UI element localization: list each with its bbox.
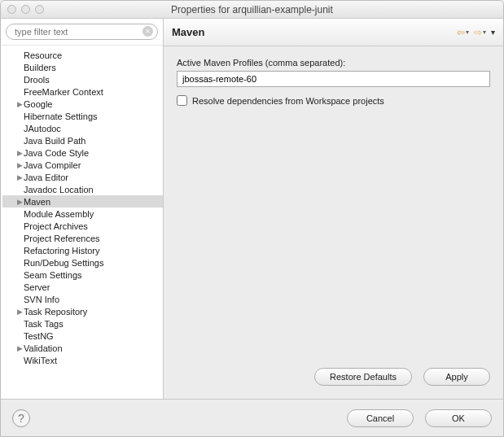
tree-item[interactable]: Project Archives — [2, 220, 163, 232]
cancel-button[interactable]: Cancel — [347, 409, 414, 427]
tree-item[interactable]: Run/Debug Settings — [2, 256, 163, 269]
tree-item[interactable]: Javadoc Location — [2, 183, 163, 195]
apply-button[interactable]: Apply — [423, 368, 490, 386]
tree-item[interactable]: Task Tags — [2, 317, 163, 330]
tree-item[interactable]: ▶Maven — [2, 195, 163, 208]
tree-item[interactable]: ▶Task Repository — [2, 305, 163, 317]
tree-item[interactable]: WikiText — [2, 354, 163, 366]
tree-item-label: Javadoc Location — [24, 185, 94, 194]
tree-item[interactable]: ▶Java Code Style — [2, 146, 163, 159]
tree-item[interactable]: Drools — [2, 73, 163, 85]
forward-icon[interactable]: ⇨▾ — [474, 27, 486, 38]
disclosure-triangle-icon[interactable]: ▶ — [15, 308, 24, 316]
titlebar: Properties for arquillian-example-junit — [1, 1, 503, 19]
disclosure-triangle-icon[interactable]: ▶ — [15, 161, 24, 169]
help-icon[interactable]: ? — [12, 409, 30, 427]
tree-item-label: Refactoring History — [24, 246, 100, 256]
tree-item-label: Run/Debug Settings — [24, 258, 103, 268]
tree-item[interactable]: Hibernate Settings — [2, 110, 163, 122]
profiles-input[interactable] — [177, 71, 490, 87]
tree-item[interactable]: TestNG — [2, 330, 163, 342]
tree-item-label: Module Assembly — [24, 209, 94, 219]
disclosure-triangle-icon[interactable]: ▶ — [15, 198, 24, 206]
resolve-workspace-label: Resolve dependencies from Workspace proj… — [192, 96, 384, 106]
tree-item[interactable]: Resource — [2, 49, 163, 61]
sidebar: × ResourceBuildersDroolsFreeMarker Conte… — [1, 19, 164, 399]
tree-item[interactable]: Server — [2, 281, 163, 293]
tree-item-label: TestNG — [24, 331, 54, 341]
tree-item-label: SVN Info — [24, 295, 59, 304]
filter-input[interactable] — [6, 24, 158, 40]
view-menu-icon[interactable]: ▾ — [491, 28, 495, 37]
tree-item-label: Maven — [24, 197, 50, 207]
main-header: Maven ⇦▾ ⇨▾ ▾ — [164, 19, 503, 46]
tree-item[interactable]: ▶Google — [2, 98, 163, 110]
disclosure-triangle-icon[interactable]: ▶ — [15, 149, 24, 157]
tree-item-label: Java Code Style — [24, 148, 89, 158]
page-title: Maven — [172, 26, 457, 38]
disclosure-triangle-icon[interactable]: ▶ — [15, 173, 24, 181]
resolve-workspace-row[interactable]: Resolve dependencies from Workspace proj… — [177, 95, 490, 106]
ok-button[interactable]: OK — [425, 409, 492, 427]
tree-item[interactable]: SVN Info — [2, 293, 163, 305]
tree-item-label: Project References — [24, 234, 100, 243]
tree-item-label: Task Repository — [24, 307, 87, 317]
tree-item-label: WikiText — [24, 356, 57, 365]
restore-defaults-button[interactable]: Restore Defaults — [314, 368, 412, 386]
tree-item-label: Builders — [24, 63, 56, 72]
tree-item[interactable]: JAutodoc — [2, 122, 163, 134]
tree-item-label: JAutodoc — [24, 124, 61, 133]
tree-item-label: Resource — [24, 50, 62, 60]
window-title: Properties for arquillian-example-junit — [1, 4, 503, 15]
tree-item-label: Java Editor — [24, 173, 68, 182]
tree-item-label: Java Compiler — [24, 160, 81, 170]
footer: ? Cancel OK — [1, 399, 503, 436]
properties-dialog: Properties for arquillian-example-junit … — [0, 0, 504, 437]
tree-item-label: Validation — [24, 343, 63, 353]
tree-item-label: Google — [24, 99, 52, 109]
tree-item-label: Hibernate Settings — [24, 111, 98, 121]
category-tree[interactable]: ResourceBuildersDroolsFreeMarker Context… — [1, 46, 163, 399]
tree-item[interactable]: FreeMarker Context — [2, 85, 163, 98]
tree-item[interactable]: ▶Java Compiler — [2, 159, 163, 171]
main-panel: Maven ⇦▾ ⇨▾ ▾ Active Maven Profiles (com… — [164, 19, 503, 399]
tree-item-label: Drools — [24, 75, 50, 85]
tree-item[interactable]: Java Build Path — [2, 134, 163, 146]
tree-item[interactable]: Module Assembly — [2, 208, 163, 220]
tree-item[interactable]: Project References — [2, 232, 163, 244]
tree-item[interactable]: ▶Validation — [2, 342, 163, 354]
disclosure-triangle-icon[interactable]: ▶ — [15, 100, 24, 108]
tree-item-label: Java Build Path — [24, 136, 85, 146]
clear-filter-icon[interactable]: × — [142, 26, 153, 37]
tree-item-label: Server — [24, 282, 50, 292]
disclosure-triangle-icon[interactable]: ▶ — [15, 344, 24, 352]
back-icon[interactable]: ⇦▾ — [457, 27, 469, 38]
tree-item-label: Task Tags — [24, 319, 64, 329]
tree-item-label: Project Archives — [24, 221, 88, 231]
tree-item[interactable]: Seam Settings — [2, 269, 163, 281]
resolve-workspace-checkbox[interactable] — [177, 95, 187, 106]
profiles-label: Active Maven Profiles (comma separated): — [177, 58, 490, 68]
tree-item-label: FreeMarker Context — [24, 87, 103, 97]
tree-item[interactable]: Builders — [2, 61, 163, 73]
tree-item-label: Seam Settings — [24, 270, 82, 280]
tree-item[interactable]: ▶Java Editor — [2, 171, 163, 183]
tree-item[interactable]: Refactoring History — [2, 244, 163, 256]
